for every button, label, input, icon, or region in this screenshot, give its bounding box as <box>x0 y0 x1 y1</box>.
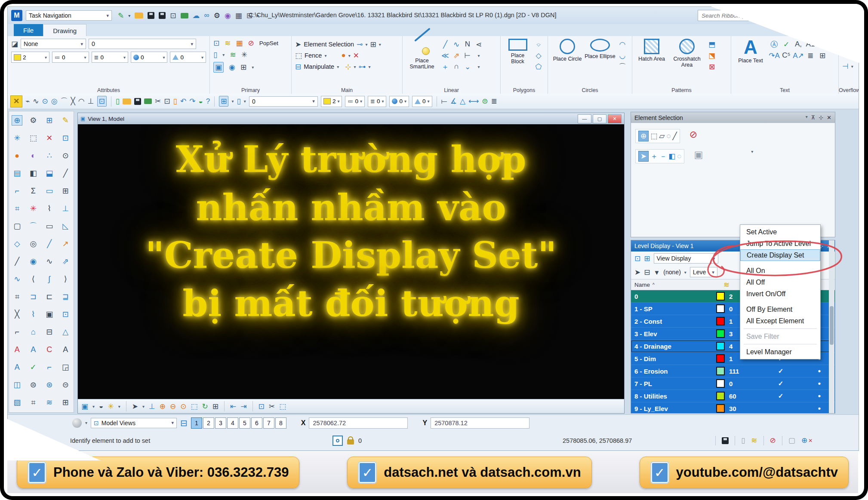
compress-icon[interactable]: ⊡ <box>170 11 176 20</box>
element-selection-label[interactable]: Element Selection <box>304 41 354 48</box>
tool-icon[interactable]: ⌇ <box>47 205 51 212</box>
tool-icon[interactable]: ⊡ <box>62 310 69 318</box>
level-name[interactable]: 4 - Drainage <box>631 343 716 350</box>
copy-increment-icon[interactable]: C⁵ <box>782 51 790 60</box>
menu-item-all-except-element[interactable]: All Except Element <box>740 315 820 327</box>
view-button-2[interactable]: 2 <box>203 417 214 429</box>
tool-icon[interactable]: Σ <box>31 187 36 195</box>
line-select-icon[interactable]: ╱ <box>673 132 677 141</box>
tool-icon[interactable]: ╳ <box>15 310 19 318</box>
explorer-icon[interactable]: ◉ <box>225 11 231 20</box>
zoom-out-icon[interactable]: ⊖ <box>170 402 176 411</box>
measure-icon[interactable]: ⊶ <box>359 62 366 71</box>
tool-icon[interactable]: ∫ <box>48 275 50 283</box>
place-block-button[interactable]: Place Block <box>504 39 531 87</box>
link-icon[interactable]: ∞ <box>204 11 209 20</box>
tool-icon[interactable]: ⌒ <box>29 222 37 230</box>
tool-icon[interactable]: ✕ <box>46 134 52 142</box>
filter-none-label[interactable]: (none) <box>663 269 680 276</box>
circle-select-icon[interactable]: ◌ <box>666 132 671 141</box>
sphere-dropdown-icon[interactable]: ▾ <box>85 420 87 425</box>
tool-icon[interactable]: △ <box>62 328 68 336</box>
level-color-swatch[interactable] <box>716 317 725 325</box>
view-next-icon[interactable]: ⇥ <box>240 402 246 411</box>
tool-icon[interactable]: ╱ <box>63 169 68 177</box>
tool-icon[interactable]: ⊕ <box>12 115 22 126</box>
style-combo-wide[interactable]: 0▾ <box>249 96 318 107</box>
place-smartline-button[interactable]: Place SmartLine <box>406 39 438 87</box>
tool-icon[interactable]: ● <box>15 152 19 160</box>
invert-selection-icon[interactable]: ◧ <box>668 152 675 161</box>
tool-icon[interactable]: ◐ <box>31 152 36 160</box>
tool-icon[interactable]: ▭ <box>46 187 53 195</box>
references-icon[interactable]: ≋ <box>230 50 236 59</box>
line-tool-icon[interactable]: ⟝ <box>441 97 447 106</box>
paste-icon[interactable]: ▯ <box>173 97 177 106</box>
dimensioning-icon[interactable]: ⊣ <box>842 62 849 71</box>
view-button-7[interactable]: 7 <box>263 417 274 429</box>
save-file-icon[interactable] <box>134 98 141 105</box>
line-style-combo[interactable]: ≔0▾ <box>52 52 89 63</box>
spline-dropdown-icon[interactable]: N <box>465 40 470 49</box>
new-selection-icon[interactable]: ➤ <box>638 151 649 162</box>
tool-icon[interactable]: ⬚ <box>30 134 37 142</box>
level-row[interactable]: 6 - Erosion111✓• <box>631 365 835 377</box>
copy-view-icon[interactable]: ⊡ <box>259 402 265 411</box>
tool-icon[interactable]: ∿ <box>14 275 20 283</box>
popset-label[interactable]: PopSet <box>259 40 278 46</box>
fence-icon[interactable]: ⬚ <box>295 51 302 60</box>
change-level-icon[interactable]: ➤ <box>634 268 640 277</box>
clip-volume-icon[interactable]: ✂ <box>269 402 275 411</box>
level-row[interactable]: 8 - Utilities60✓• <box>631 390 835 402</box>
view-button-5[interactable]: 5 <box>239 417 250 429</box>
help-icon[interactable]: ? <box>206 97 210 106</box>
details-icon[interactable]: ◉ <box>229 63 235 72</box>
pin2-icon[interactable]: ⊹ <box>819 114 823 121</box>
snap-midpoint-icon[interactable]: ⊙ <box>42 97 48 106</box>
minimize-button[interactable]: — <box>578 114 591 123</box>
delete-pattern-icon[interactable]: ⊠ <box>709 62 715 71</box>
snap-tangent-icon[interactable]: ◠ <box>78 97 85 106</box>
view-toggle-icon[interactable]: ⊟ <box>180 418 188 428</box>
level-name[interactable]: 7 - PL <box>631 380 716 387</box>
pen-dropdown-icon[interactable]: ▾ <box>128 13 130 18</box>
toolbar-weight-combo[interactable]: ≣0▾ <box>368 96 386 107</box>
image-icon[interactable]: ▦ <box>236 39 243 48</box>
tool-icon[interactable]: ⌂ <box>31 328 36 336</box>
manipulate-icon[interactable]: ⊟ <box>295 62 301 71</box>
tool-icon[interactable]: A <box>15 346 20 353</box>
tool-icon[interactable]: ⌐ <box>47 363 52 371</box>
template-select[interactable]: 0▾ <box>89 39 196 49</box>
hatch-area-button[interactable]: Hatch Area <box>636 39 668 87</box>
edit-text-icon[interactable]: A, <box>795 40 802 49</box>
place-line-icon[interactable]: ╱ <box>443 40 447 49</box>
crosshatch-area-button[interactable]: Crosshatch Area <box>668 39 705 87</box>
arc-tool-icon[interactable]: ∩ <box>454 62 459 71</box>
menu-item-all-on[interactable]: All On <box>740 265 820 276</box>
triangle-tool-icon[interactable]: △ <box>460 97 465 106</box>
view-title-bar[interactable]: ▣ View 1, Model — ▢ ✕ <box>78 113 624 124</box>
x-coordinate-field[interactable]: 2578062.72 <box>309 417 408 429</box>
selection-expand-icon[interactable]: ▾ <box>751 149 753 163</box>
level-row[interactable]: 7 - PL0✓• <box>631 377 835 390</box>
place-circle-button[interactable]: Place Circle <box>551 39 583 87</box>
active-level-combo[interactable]: 2▾ <box>11 52 49 63</box>
element-selection-icon[interactable]: ➤ <box>295 40 301 49</box>
tool-icon[interactable]: ⌗ <box>15 293 19 301</box>
tool-sphere-icon[interactable] <box>72 418 82 428</box>
pattern-area-icon[interactable]: ⬒ <box>708 40 715 49</box>
tool-icon[interactable]: ◲ <box>62 363 69 371</box>
maximize-button[interactable]: ▢ <box>593 114 606 123</box>
print-file-icon[interactable] <box>144 98 152 104</box>
palette-icon[interactable]: ● <box>341 51 345 60</box>
active-element-icon[interactable]: ◪ <box>11 40 18 49</box>
tool-icon[interactable]: ✳ <box>30 205 37 212</box>
toolbar-level-combo[interactable]: 2▾ <box>321 96 342 107</box>
orthogonal-shape-icon[interactable]: ◇ <box>536 51 541 60</box>
view-button-1[interactable]: 1 <box>191 417 202 429</box>
tool-icon[interactable]: ◇ <box>14 240 20 248</box>
fit-view-icon[interactable]: ⬚ <box>191 402 198 411</box>
view-display-select[interactable]: View Display▾ <box>654 253 718 264</box>
pin-icon[interactable]: ⊼ <box>811 114 816 121</box>
view-previous-icon[interactable]: ⇤ <box>230 402 236 411</box>
